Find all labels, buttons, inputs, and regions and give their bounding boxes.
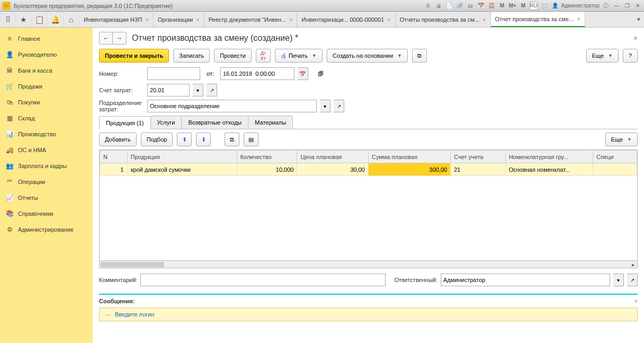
sidebar-item[interactable]: ᴬᴷОперации [0, 174, 93, 190]
tab-close-icon[interactable]: × [196, 16, 199, 23]
tool-icon[interactable]: 🗂 [466, 2, 475, 10]
user-label[interactable]: Администратор [561, 2, 600, 10]
move-down-icon[interactable]: ⬇ [196, 133, 211, 146]
grid-header[interactable]: Цена плановая [297, 151, 369, 163]
tool-icon[interactable]: 📅 [477, 2, 485, 10]
print-button[interactable]: 🖨Печать▼ [275, 49, 323, 63]
add-row-button[interactable]: Добавить [99, 133, 137, 146]
help-button[interactable]: ? [623, 49, 638, 63]
cost-account-input[interactable] [147, 84, 190, 96]
copy-icon[interactable]: ⧉ [225, 133, 239, 146]
paste-icon[interactable]: ▤ [244, 133, 258, 146]
tab-close-icon[interactable]: × [577, 16, 580, 22]
open-icon[interactable]: ↗ [207, 84, 217, 96]
sidebar-item[interactable]: 👤Руководителю [0, 47, 93, 63]
detail-tab[interactable]: Материалы [248, 116, 293, 129]
m-icon[interactable]: M [498, 2, 506, 10]
tab-close-icon[interactable]: × [145, 16, 148, 23]
dropdown-icon[interactable]: ▾ [193, 84, 203, 96]
sidebar-item[interactable]: 📊Производство [0, 126, 93, 142]
sidebar-item[interactable]: 🏛Банк и касса [0, 63, 93, 78]
tool-icon[interactable]: 🧮 [487, 2, 496, 10]
open-icon[interactable]: ↗ [627, 274, 638, 286]
window-tab[interactable]: Инвентаризация НЗП× [79, 12, 154, 27]
create-based-button[interactable]: Создать на основании▼ [327, 49, 408, 63]
window-tab[interactable]: Отчет производства за сме...× [491, 12, 585, 27]
grid-scrollbar[interactable]: ◂ ▸ [99, 261, 638, 268]
m-plus-icon[interactable]: M+ [508, 2, 517, 10]
number-input[interactable] [147, 67, 200, 80]
sidebar-item[interactable]: ≡Главное [0, 31, 93, 47]
close-icon[interactable]: ✕ [633, 2, 642, 10]
post-button[interactable]: Провести [214, 49, 252, 63]
grid-more-button[interactable]: Еще▼ [605, 133, 638, 146]
grid-header[interactable]: N [100, 151, 128, 163]
lang-indicator[interactable]: RU [530, 2, 538, 10]
detail-tab[interactable]: Возвратные отходы [181, 116, 248, 129]
detail-tab[interactable]: Продукция (1) [99, 116, 151, 129]
tool-icon[interactable]: ⎙ [424, 2, 432, 10]
post-and-close-button[interactable]: Провести и закрыть [99, 49, 169, 63]
window-tab[interactable]: Инвентаризаци... 0000-000001× [297, 12, 395, 27]
clipboard-icon[interactable]: 📋 [32, 12, 48, 27]
window-tab[interactable]: Отчеты производства за см...× [396, 12, 491, 27]
bell-icon[interactable]: 🔔 [48, 12, 64, 27]
sidebar-item[interactable]: 📚Справочники [0, 206, 93, 222]
tool-icon[interactable]: 🔗 [455, 2, 464, 10]
favorite-icon[interactable]: ★ [16, 12, 32, 27]
open-icon[interactable]: ↗ [334, 100, 344, 112]
grid-row[interactable]: 1крой дамской сумочки10,00030,00300,0021… [100, 163, 637, 176]
sidebar-item[interactable]: 🚚ОС и НМА [0, 142, 93, 158]
calendar-icon[interactable]: 📅 [298, 67, 308, 80]
nav-forward-button[interactable]: → [113, 32, 127, 45]
window-tab[interactable]: Реестр документов "Инвен...× [204, 12, 298, 27]
move-up-icon[interactable]: ⬆ [177, 133, 192, 146]
grid-header[interactable]: Продукция [127, 151, 237, 163]
subdiv-input[interactable] [147, 100, 317, 112]
tabs-more-icon[interactable]: ▾ [633, 12, 644, 27]
sidebar-label: Администрирование [18, 226, 74, 233]
messages-close-icon[interactable]: × [634, 298, 638, 304]
home-icon[interactable]: ⌂ [64, 12, 79, 27]
tool-icon[interactable]: 🖨 [434, 2, 443, 10]
message-row[interactable]: — Введите логин [99, 307, 638, 321]
date-input[interactable] [220, 67, 294, 80]
grid-header[interactable]: Счет учета [451, 151, 505, 163]
sidebar-item[interactable]: ⚙Администрирование [0, 222, 93, 238]
tab-close-icon[interactable]: × [289, 16, 292, 23]
m-icon[interactable]: M [519, 2, 527, 10]
comment-input[interactable] [140, 274, 386, 286]
sidebar-item[interactable]: ▦Склад [0, 110, 93, 126]
more-button[interactable]: Еще▼ [586, 49, 619, 63]
sidebar-item[interactable]: 📈Отчеты [0, 190, 93, 206]
sidebar-item[interactable]: 🛒Продажи [0, 78, 93, 94]
maximize-icon[interactable]: ❐ [623, 2, 631, 10]
grid-header[interactable]: Номенклатурная гру... [505, 151, 593, 163]
doc-link-icon[interactable]: 🗐 [314, 67, 328, 81]
page-close-icon[interactable]: × [633, 34, 638, 42]
tool-icon[interactable]: ⬚ [540, 2, 549, 10]
sidebar-item[interactable]: 🛍Покупки [0, 94, 93, 110]
product-grid[interactable]: NПродукцияКоличествоЦена плановаяСумма п… [99, 149, 638, 261]
dropdown-icon[interactable]: ▾ [320, 100, 330, 112]
tab-close-icon[interactable]: × [387, 16, 390, 23]
save-button[interactable]: Записать [173, 49, 210, 63]
tool-icon[interactable]: 📄 [445, 2, 453, 10]
window-tab[interactable]: Организации× [154, 12, 204, 27]
pick-button[interactable]: Подбор [141, 133, 173, 146]
responsible-input[interactable] [441, 274, 610, 286]
minimize-icon[interactable]: — [612, 2, 621, 10]
detail-tab[interactable]: Услуги [150, 116, 182, 129]
sidebar-icon: ▦ [5, 114, 14, 122]
sidebar-item[interactable]: 👥Зарплата и кадры [0, 158, 93, 174]
tab-close-icon[interactable]: × [482, 16, 486, 23]
nav-back-button[interactable]: ← [99, 32, 113, 45]
grid-header[interactable]: Специ [593, 151, 637, 163]
dropdown-icon[interactable]: ▾ [613, 274, 624, 286]
info-icon[interactable]: ⓘ [602, 2, 610, 10]
apps-icon[interactable]: ⠿ [0, 12, 16, 27]
dt-kt-icon[interactable]: ДтКт [256, 49, 271, 63]
grid-header[interactable]: Количество [237, 151, 297, 163]
grid-header[interactable]: Сумма плановая [368, 151, 450, 163]
structure-icon[interactable]: ⧉ [412, 49, 427, 63]
